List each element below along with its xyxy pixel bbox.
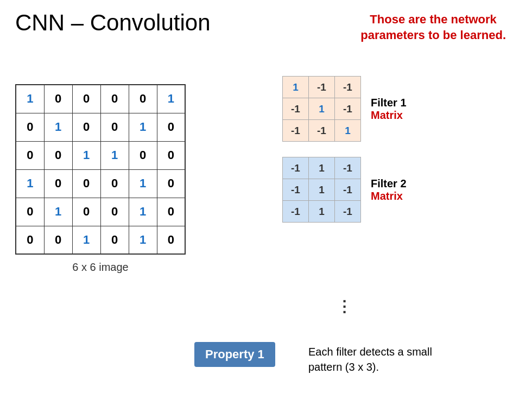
filter2-cell: -1 (283, 157, 309, 179)
image-cell: 0 (44, 226, 72, 254)
image-cell: 0 (129, 85, 157, 113)
network-params-text: Those are the networkparameters to be le… (360, 12, 506, 43)
image-cell: 0 (157, 169, 185, 198)
filter1-cell: -1 (309, 77, 335, 98)
image-cell: 1 (44, 113, 72, 141)
image-cell: 0 (16, 141, 44, 169)
filter1-cell: 1 (335, 120, 361, 142)
image-cell: 0 (100, 169, 129, 198)
image-cell: 0 (157, 113, 185, 141)
image-cell: 0 (157, 141, 185, 169)
image-cell: 0 (44, 85, 72, 113)
image-cell: 0 (100, 113, 129, 141)
filter1-cell: -1 (309, 120, 335, 142)
image-cell: 0 (157, 226, 185, 254)
filter1-label: Filter 1 Matrix (371, 97, 407, 122)
image-cell: 0 (100, 85, 129, 113)
image-cell: 1 (72, 141, 100, 169)
image-cell: 1 (129, 226, 157, 254)
filter2-cell: -1 (335, 201, 361, 223)
filter1-name: Filter 1 (371, 97, 407, 109)
image-cell: 0 (100, 226, 129, 254)
filter1-cell: -1 (283, 98, 309, 120)
property-description: Each filter detects a smallpattern (3 x … (308, 344, 432, 375)
image-cell: 1 (129, 198, 157, 226)
image-cell: 0 (72, 198, 100, 226)
filter1-cell: -1 (335, 98, 361, 120)
filter2-cell: -1 (283, 201, 309, 223)
image-matrix: 100001010010001100100010010010001010 (15, 84, 186, 255)
property-badge: Property 1 (194, 342, 275, 367)
image-cell: 0 (44, 169, 72, 198)
image-cell: 1 (129, 113, 157, 141)
filters-container: 1-1-1-11-1-1-11 Filter 1 Matrix -11-1-11… (282, 76, 407, 238)
image-label: 6 x 6 image (15, 261, 186, 274)
image-cell: 0 (72, 113, 100, 141)
image-cell: 0 (72, 169, 100, 198)
filter1-cell: -1 (335, 77, 361, 98)
image-cell: 0 (129, 141, 157, 169)
image-cell: 0 (100, 198, 129, 226)
filter2-matrix: -11-1-11-1-11-1 (282, 157, 361, 223)
image-cell: 1 (44, 198, 72, 226)
image-cell: 1 (129, 169, 157, 198)
filter2-cell: 1 (309, 201, 335, 223)
filter2-cell: 1 (309, 179, 335, 201)
filter2-block: -11-1-11-1-11-1 Filter 2 Matrix (282, 157, 407, 223)
image-cell: 0 (16, 113, 44, 141)
filter2-cell: -1 (283, 179, 309, 201)
filter1-block: 1-1-1-11-1-1-11 Filter 1 Matrix (282, 76, 407, 142)
filter2-label: Filter 2 Matrix (371, 178, 407, 202)
image-cell: 0 (72, 85, 100, 113)
filter1-cell: -1 (283, 120, 309, 142)
filter2-sub: Matrix (371, 190, 407, 202)
filter1-cell: 1 (283, 77, 309, 98)
filter2-cell: 1 (309, 157, 335, 179)
filter1-matrix: 1-1-1-11-1-1-11 (282, 76, 361, 142)
filter1-cell: 1 (309, 98, 335, 120)
image-cell: 0 (16, 226, 44, 254)
page-title: CNN – Convolution (15, 10, 211, 36)
filter1-sub: Matrix (371, 109, 407, 122)
image-cell: 0 (16, 198, 44, 226)
image-cell: 0 (157, 198, 185, 226)
image-cell: 1 (100, 141, 129, 169)
image-cell: 1 (157, 85, 185, 113)
continuation-dots: ⋮ (337, 297, 353, 315)
image-matrix-container: 100001010010001100100010010010001010 6 x… (15, 84, 186, 274)
image-cell: 1 (16, 85, 44, 113)
image-cell: 1 (72, 226, 100, 254)
filter2-cell: -1 (335, 157, 361, 179)
image-cell: 1 (16, 169, 44, 198)
image-cell: 0 (44, 141, 72, 169)
filter2-name: Filter 2 (371, 178, 407, 190)
filter2-cell: -1 (335, 179, 361, 201)
